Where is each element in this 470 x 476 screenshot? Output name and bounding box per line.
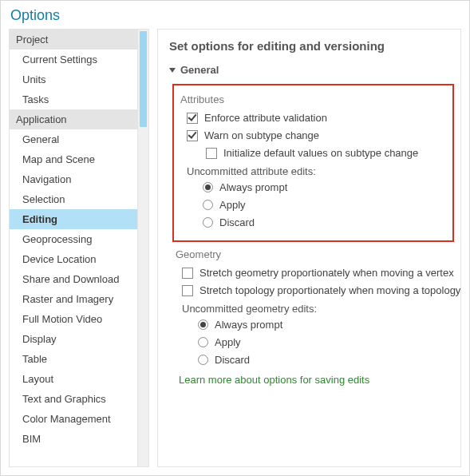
- attr-discard-label: Discard: [219, 216, 255, 228]
- learn-more-link[interactable]: Learn more about options for saving edit…: [179, 374, 456, 386]
- content-panel: Set options for editing and versioning G…: [157, 29, 461, 467]
- init-checkbox[interactable]: [206, 148, 217, 159]
- attr-discard-row[interactable]: Discard: [203, 216, 446, 228]
- sidebar-item-raster-and-imagery[interactable]: Raster and Imagery: [10, 289, 137, 309]
- sidebar-item-current-settings[interactable]: Current Settings: [10, 50, 137, 69]
- sidebar-item-geoprocessing[interactable]: Geoprocessing: [10, 229, 137, 249]
- attr-always-radio[interactable]: [203, 182, 213, 192]
- uncommitted-attr-label: Uncommitted attribute edits:: [187, 165, 446, 177]
- geom-apply-label: Apply: [215, 336, 241, 348]
- stretch-geom-checkbox[interactable]: [182, 268, 193, 279]
- geom-apply-radio[interactable]: [198, 337, 208, 347]
- enforce-row[interactable]: Enforce attribute validation: [187, 112, 446, 124]
- sidebar-item-color-management[interactable]: Color Management: [10, 409, 137, 429]
- attr-always-row[interactable]: Always prompt: [203, 181, 446, 193]
- sidebar-item-device-location[interactable]: Device Location: [10, 249, 137, 269]
- attributes-title: Attributes: [180, 93, 446, 105]
- content-heading: Set options for editing and versioning: [169, 39, 456, 53]
- sidebar-item-tasks[interactable]: Tasks: [10, 89, 137, 109]
- options-window: Options ProjectCurrent SettingsUnitsTask…: [0, 0, 470, 476]
- sidebar: ProjectCurrent SettingsUnitsTasksApplica…: [9, 29, 149, 467]
- scrollbar-thumb[interactable]: [140, 31, 147, 127]
- sidebar-item-text-and-graphics[interactable]: Text and Graphics: [10, 389, 137, 409]
- stretch-geom-label: Stretch geometry proportionately when mo…: [199, 267, 454, 279]
- section-general-label: General: [180, 64, 219, 76]
- geom-always-label: Always prompt: [215, 319, 282, 331]
- attr-apply-row[interactable]: Apply: [203, 199, 446, 211]
- sidebar-header: Application: [10, 109, 137, 129]
- sidebar-scrollbar[interactable]: [137, 30, 148, 466]
- geom-apply-row[interactable]: Apply: [198, 336, 456, 348]
- sidebar-item-display[interactable]: Display: [10, 329, 137, 349]
- geom-always-row[interactable]: Always prompt: [198, 319, 456, 331]
- sidebar-item-editing[interactable]: Editing: [10, 209, 137, 229]
- uncommitted-geom-label: Uncommitted geometry edits:: [182, 303, 456, 315]
- enforce-label: Enforce attribute validation: [204, 112, 327, 124]
- init-row[interactable]: Initialize default values on subtype cha…: [206, 147, 446, 159]
- geom-discard-radio[interactable]: [198, 355, 208, 365]
- sidebar-item-units[interactable]: Units: [10, 69, 137, 89]
- attributes-highlight: Attributes Enforce attribute validation …: [172, 84, 454, 242]
- sidebar-item-general[interactable]: General: [10, 129, 137, 149]
- sidebar-item-full-motion-video[interactable]: Full Motion Video: [10, 309, 137, 329]
- attr-always-label: Always prompt: [219, 181, 287, 193]
- geometry-title: Geometry: [176, 248, 456, 260]
- sidebar-item-selection[interactable]: Selection: [10, 189, 137, 209]
- init-label: Initialize default values on subtype cha…: [223, 147, 418, 159]
- sidebar-item-layout[interactable]: Layout: [10, 369, 137, 389]
- stretch-topo-checkbox[interactable]: [182, 285, 193, 296]
- geom-discard-label: Discard: [215, 354, 250, 366]
- enforce-checkbox[interactable]: [187, 113, 198, 124]
- attr-apply-radio[interactable]: [203, 200, 213, 210]
- warn-label: Warn on subtype change: [204, 129, 319, 141]
- sidebar-item-navigation[interactable]: Navigation: [10, 169, 137, 189]
- warn-row[interactable]: Warn on subtype change: [187, 129, 446, 141]
- sidebar-item-map-and-scene[interactable]: Map and Scene: [10, 149, 137, 169]
- stretch-topo-label: Stretch topology proportionately when mo…: [199, 284, 461, 296]
- sidebar-list-container: ProjectCurrent SettingsUnitsTasksApplica…: [10, 30, 137, 466]
- warn-checkbox[interactable]: [187, 130, 198, 141]
- attr-apply-label: Apply: [219, 199, 246, 211]
- sidebar-item-share-and-download[interactable]: Share and Download: [10, 269, 137, 289]
- sidebar-item-table[interactable]: Table: [10, 349, 137, 369]
- geom-always-radio[interactable]: [198, 319, 208, 330]
- chevron-down-icon: [169, 68, 176, 73]
- stretch-topo-row[interactable]: Stretch topology proportionately when mo…: [182, 284, 456, 296]
- general-group: Attributes Enforce attribute validation …: [176, 84, 456, 386]
- section-general-header[interactable]: General: [169, 64, 456, 76]
- sidebar-header: Project: [10, 30, 137, 50]
- body: ProjectCurrent SettingsUnitsTasksApplica…: [9, 29, 461, 467]
- stretch-geom-row[interactable]: Stretch geometry proportionately when mo…: [182, 267, 456, 279]
- window-title: Options: [9, 7, 461, 29]
- attr-discard-radio[interactable]: [203, 217, 213, 228]
- geom-discard-row[interactable]: Discard: [198, 354, 456, 366]
- sidebar-item-bim[interactable]: BIM: [10, 429, 137, 449]
